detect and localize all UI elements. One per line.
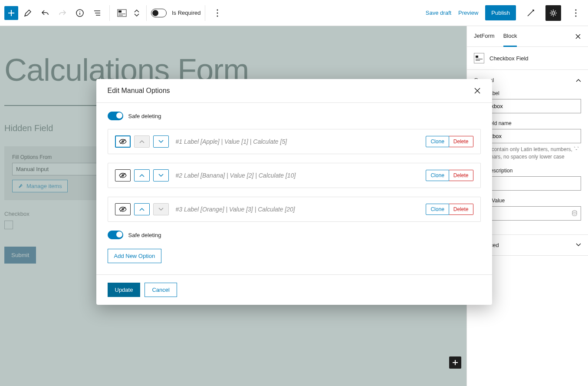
option-row: #3 Label [Orange] | Value [3] | Calculat… xyxy=(108,197,481,222)
clone-button[interactable]: Clone xyxy=(426,170,449,181)
update-button[interactable]: Update xyxy=(108,283,141,297)
safe-deleting-label: Safe deleting xyxy=(128,232,161,238)
option-row: #1 Label [Apple] | Value [1] | Calculate… xyxy=(108,129,481,154)
option-summary: #3 Label [Orange] | Value [3] | Calculat… xyxy=(176,206,295,213)
modal-title: Edit Manual Options xyxy=(108,87,170,95)
option-summary: #2 Label [Banana] | Value [2] | Calculat… xyxy=(176,172,296,179)
move-up-button[interactable] xyxy=(134,203,150,215)
move-up-button xyxy=(134,135,150,148)
modal-backdrop: Edit Manual Options Safe deleting #1 Lab… xyxy=(0,0,588,386)
safe-deleting-toggle-bottom[interactable] xyxy=(108,231,123,239)
option-row: #2 Label [Banana] | Value [2] | Calculat… xyxy=(108,163,481,188)
move-down-button[interactable] xyxy=(153,169,169,181)
move-down-button[interactable] xyxy=(153,135,169,148)
clone-button[interactable]: Clone xyxy=(426,204,449,215)
modal-close-icon[interactable] xyxy=(474,87,481,94)
clone-button[interactable]: Clone xyxy=(426,136,449,147)
safe-deleting-toggle-top[interactable] xyxy=(108,112,123,120)
option-summary: #1 Label [Apple] | Value [1] | Calculate… xyxy=(176,138,287,145)
toggle-visibility-icon[interactable] xyxy=(115,135,131,148)
edit-manual-options-modal: Edit Manual Options Safe deleting #1 Lab… xyxy=(96,79,492,305)
toggle-visibility-icon[interactable] xyxy=(115,203,131,215)
toggle-visibility-icon[interactable] xyxy=(115,169,131,181)
delete-button[interactable]: Delete xyxy=(449,170,473,181)
safe-deleting-label: Safe deleting xyxy=(128,113,161,119)
add-new-option-button[interactable]: Add New Option xyxy=(108,249,162,263)
cancel-button[interactable]: Cancel xyxy=(145,283,177,297)
move-up-button[interactable] xyxy=(134,169,150,181)
delete-button[interactable]: Delete xyxy=(449,204,473,215)
delete-button[interactable]: Delete xyxy=(449,136,473,147)
move-down-button xyxy=(153,203,169,215)
